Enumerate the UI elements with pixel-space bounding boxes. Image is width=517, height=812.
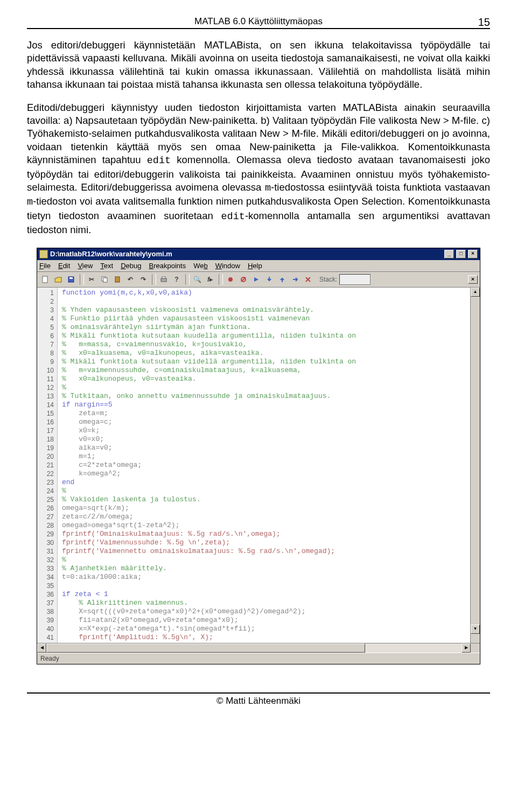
scroll-up-icon[interactable]: ▲ xyxy=(471,288,480,297)
scroll-left-icon[interactable]: ◀ xyxy=(37,643,46,653)
footer-text: © Matti Lähteenmäki xyxy=(216,696,301,706)
code-area[interactable]: function yomi(m,c,k,x0,v0,aika) % Yhden … xyxy=(58,288,470,643)
title-bar[interactable]: D:\matlabR12\work\varahtely\yomi.m _ □ × xyxy=(37,248,480,260)
status-text: Ready xyxy=(40,655,59,662)
scroll-down-icon[interactable]: ▼ xyxy=(471,625,480,634)
continue-icon[interactable] xyxy=(289,274,301,285)
maximize-button[interactable]: □ xyxy=(456,250,466,258)
menu-edit[interactable]: Edit xyxy=(58,262,70,270)
vertical-scrollbar[interactable]: ▲ ▼ xyxy=(470,288,480,643)
menu-web[interactable]: Web xyxy=(193,262,208,270)
scroll-right-icon[interactable]: ▶ xyxy=(462,643,471,653)
exit-debug-icon[interactable] xyxy=(302,274,314,285)
redo-icon[interactable]: ↷ xyxy=(137,274,149,285)
menu-file[interactable]: File xyxy=(39,262,51,270)
line-number-gutter: 1234567891011121314151617181920212223242… xyxy=(37,288,58,643)
paragraph-1: Jos editori/debuggeri käynnistetään MATL… xyxy=(27,39,490,92)
function-icon[interactable]: f▸ xyxy=(204,274,216,285)
stack-label: Stack: xyxy=(319,276,337,283)
menu-bar: File Edit View Text Debug Breakpoints We… xyxy=(37,260,480,272)
svg-rect-2 xyxy=(69,277,73,279)
cut-icon[interactable]: ✂ xyxy=(86,274,97,285)
toolbar-close-icon[interactable]: × xyxy=(468,275,478,284)
minimize-button[interactable]: _ xyxy=(444,250,454,258)
page-header: MATLAB 6.0 Käyttöliittymäopas 15 xyxy=(27,16,490,29)
paragraph-2: Editodi/debuggeri käynnistyy uuden tiedo… xyxy=(27,101,490,237)
svg-rect-4 xyxy=(103,278,107,282)
undo-icon[interactable]: ↶ xyxy=(124,274,136,285)
print-icon[interactable] xyxy=(158,274,170,285)
page-footer: © Matti Lähteenmäki xyxy=(27,692,490,706)
svg-rect-7 xyxy=(162,277,165,278)
step-icon[interactable] xyxy=(250,274,262,285)
step-in-icon[interactable] xyxy=(263,274,275,285)
window-title: D:\matlabR12\work\varahtely\yomi.m xyxy=(50,250,172,258)
menu-breakpoints[interactable]: Breakpoints xyxy=(149,262,186,270)
status-bar: Ready xyxy=(37,653,480,664)
app-icon xyxy=(39,250,48,258)
editor-body: 1234567891011121314151617181920212223242… xyxy=(37,288,480,643)
open-icon[interactable] xyxy=(52,274,64,285)
save-icon[interactable] xyxy=(65,274,77,285)
svg-rect-6 xyxy=(161,278,166,282)
menu-window[interactable]: Window xyxy=(215,262,240,270)
step-out-icon[interactable] xyxy=(276,274,288,285)
horizontal-scrollbar[interactable]: ◀ ▶ xyxy=(37,643,480,653)
toolbar: ✂ ↶ ↷ ? 🔍 f▸ Stack: × xyxy=(37,272,480,288)
header-title: MATLAB 6.0 Käyttöliittymäopas xyxy=(194,16,323,26)
svg-point-8 xyxy=(228,277,233,282)
menu-view[interactable]: View xyxy=(78,262,93,270)
matlab-editor-window: D:\matlabR12\work\varahtely\yomi.m _ □ ×… xyxy=(37,248,480,664)
paste-icon[interactable] xyxy=(111,274,123,285)
close-button[interactable]: × xyxy=(468,250,478,258)
svg-rect-0 xyxy=(43,276,47,283)
menu-debug[interactable]: Debug xyxy=(121,262,141,270)
help-icon[interactable]: ? xyxy=(171,274,183,285)
scroll-thumb[interactable] xyxy=(46,643,365,653)
copy-icon[interactable] xyxy=(99,274,110,285)
stack-select[interactable] xyxy=(339,274,371,285)
clear-breakpoint-icon[interactable] xyxy=(237,274,249,285)
set-breakpoint-icon[interactable] xyxy=(225,274,236,285)
find-icon[interactable]: 🔍 xyxy=(191,274,203,285)
svg-rect-5 xyxy=(115,277,120,282)
page-number: 15 xyxy=(478,16,490,29)
menu-help[interactable]: Help xyxy=(248,262,262,270)
new-file-icon[interactable] xyxy=(39,274,51,285)
menu-text[interactable]: Text xyxy=(100,262,113,270)
